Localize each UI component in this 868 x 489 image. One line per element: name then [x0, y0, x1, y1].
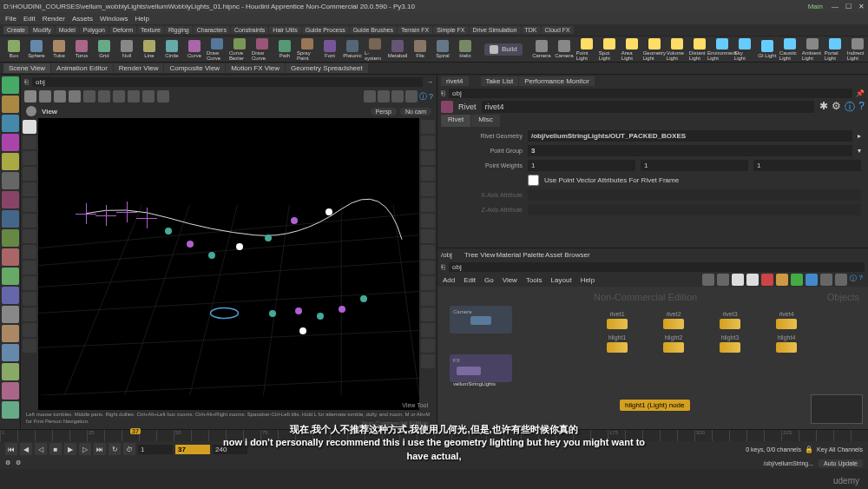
layout-icon[interactable] [717, 274, 729, 286]
xaxis-input[interactable] [528, 189, 861, 201]
select-tool[interactable] [23, 120, 36, 134]
shelf-tab[interactable]: Modify [30, 26, 55, 34]
shelf-tab[interactable]: Texture [137, 26, 164, 34]
sphere-icon[interactable] [391, 90, 404, 102]
menu-go[interactable]: Go [484, 276, 494, 284]
loop-button[interactable]: ↻ [108, 443, 121, 455]
shelf-tool-light[interactable]: Environment Light [712, 38, 733, 61]
shelf-tool[interactable]: Helix [455, 38, 476, 61]
sticky-note[interactable]: FX vellumStringLights [450, 354, 512, 382]
info-icon[interactable]: ⓘ [419, 91, 427, 102]
menu-edit[interactable]: Edit [23, 15, 36, 23]
network-node[interactable]: rivet3 [720, 311, 740, 329]
view-icon[interactable] [835, 274, 847, 286]
lock-icon[interactable] [23, 135, 36, 149]
shelf-tool[interactable]: Font [319, 38, 340, 61]
shelf-icon[interactable] [2, 229, 19, 247]
shelf-icon[interactable] [2, 306, 19, 323]
back-icon[interactable]: ⎗ [441, 89, 445, 97]
shelf-tab[interactable]: Guide Process [302, 26, 349, 34]
cube-icon[interactable] [378, 90, 390, 102]
shelf-tool[interactable]: Curve Bezier [229, 38, 250, 61]
shelf-tool-light[interactable]: Volume Light [667, 38, 687, 61]
help-icon[interactable]: ? [859, 274, 863, 286]
arrow-icon[interactable] [54, 90, 66, 102]
view-icon[interactable] [791, 274, 803, 286]
shelf-tool[interactable]: Draw Curve [252, 38, 273, 61]
light-icon[interactable] [405, 90, 418, 102]
view-icon[interactable] [806, 274, 818, 286]
pane-tab[interactable]: Geometry Spreadsheet [286, 63, 368, 73]
shelf-tab[interactable]: Create [3, 26, 29, 34]
viewport-canvas[interactable] [38, 118, 419, 410]
shelf-icon[interactable] [2, 210, 19, 228]
display-option[interactable] [421, 214, 435, 228]
menu-tools[interactable]: Tools [526, 276, 542, 284]
shelf-tool[interactable]: Platonic [342, 38, 363, 61]
prev-frame-button[interactable]: ◀ [20, 443, 32, 455]
network-tab[interactable]: Asset Browser [545, 251, 590, 259]
chooser-icon[interactable]: ▾ [858, 147, 861, 155]
display-option[interactable] [421, 167, 435, 181]
menu-add[interactable]: Add [443, 276, 455, 284]
shelf-tool[interactable]: Grid [94, 38, 115, 61]
tools-icon[interactable] [702, 274, 714, 286]
last-frame-button[interactable]: ⏭ [94, 443, 106, 455]
shelf-tool-light[interactable]: Point Light [576, 38, 597, 61]
grid-icon[interactable] [732, 274, 744, 286]
menu-view[interactable]: View [503, 276, 517, 284]
network-node[interactable]: hlight4 [776, 334, 797, 353]
network-node[interactable]: hlight3 [720, 334, 740, 353]
tool-icon[interactable] [23, 245, 36, 259]
gear-icon[interactable]: ⚙ [5, 459, 10, 466]
weight-input[interactable] [528, 160, 635, 171]
tool-icon[interactable] [23, 214, 36, 228]
minimap[interactable] [811, 394, 863, 424]
shelf-tool[interactable]: Box [3, 38, 24, 61]
display-option[interactable] [421, 135, 435, 149]
view-icon[interactable] [746, 274, 759, 286]
display-icon[interactable] [113, 90, 125, 102]
display-option[interactable] [421, 292, 435, 306]
shelf-tool[interactable]: Circle [161, 38, 182, 61]
tool-icon[interactable] [23, 229, 36, 243]
back-icon[interactable]: ⎗ [441, 263, 445, 271]
view-icon[interactable] [776, 274, 788, 286]
shelf-tab[interactable]: Simple FX [433, 26, 468, 34]
shelf-tab[interactable]: Rigging [165, 26, 193, 34]
auto-update[interactable]: Auto Update [819, 459, 863, 467]
tool-icon[interactable] [23, 167, 36, 181]
menu-help[interactable]: Help [135, 15, 148, 23]
shelf-tool[interactable]: Path [274, 38, 295, 61]
shelf-tool[interactable]: Draw Curve [207, 38, 227, 61]
tool-icon[interactable] [23, 198, 36, 212]
tool-icon[interactable] [23, 261, 36, 274]
shelf-icon[interactable] [2, 172, 19, 189]
current-frame-marker[interactable]: 37 [130, 428, 141, 434]
shelf-icon[interactable] [2, 153, 19, 170]
shelf-tool[interactable]: Curve [184, 38, 205, 61]
display-option[interactable] [421, 323, 435, 337]
realtime-button[interactable]: ⏱ [123, 443, 135, 455]
shelf-tool[interactable]: File [410, 38, 431, 61]
pane-tab[interactable]: Motion FX View [226, 63, 285, 73]
shelf-icon[interactable] [2, 268, 19, 285]
shelf-tool[interactable]: Null [116, 38, 137, 61]
shelf-icon[interactable] [2, 76, 19, 94]
shelf-tool[interactable]: L-system [365, 38, 385, 61]
shelf-tool[interactable]: Line [139, 38, 160, 61]
arrow-icon[interactable] [69, 90, 81, 102]
shelf-tool-light[interactable]: Geometry Light [644, 38, 665, 61]
grid-icon[interactable] [83, 90, 95, 102]
shelf-tool[interactable]: Torus [71, 38, 92, 61]
shelf-icon[interactable] [2, 344, 19, 361]
display-option[interactable] [421, 151, 435, 165]
next-frame-button[interactable]: ▷ [79, 443, 91, 455]
shelf-tool-light[interactable]: Portal Light [825, 38, 845, 61]
lock-icon[interactable]: 🔒 [805, 446, 813, 453]
path-icon[interactable]: ⎗ [24, 78, 29, 86]
keyall-label[interactable]: Key All Channels [817, 446, 863, 453]
shelf-icon[interactable] [2, 287, 19, 304]
pane-tab[interactable]: Composite View [164, 63, 225, 73]
weight-input[interactable] [641, 160, 748, 171]
